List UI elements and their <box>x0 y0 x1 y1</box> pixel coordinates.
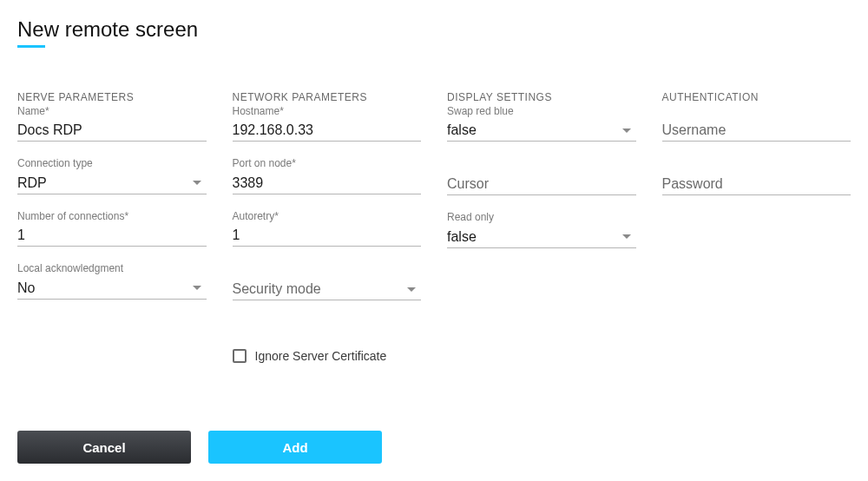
swap-value: false <box>447 122 477 138</box>
connection-type-select[interactable]: RDP <box>17 172 207 194</box>
num-connections-label: Number of connections* <box>17 210 207 222</box>
page-title: New remote screen <box>17 17 198 42</box>
add-button[interactable]: Add <box>208 431 382 464</box>
password-input[interactable] <box>662 173 852 195</box>
num-connections-field: Number of connections* <box>17 210 207 247</box>
local-ack-label: Local acknowledgment <box>17 262 207 274</box>
nerve-heading: NERVE PARAMETERS <box>17 91 207 103</box>
autoretry-label: Autoretry* <box>233 210 422 222</box>
readonly-label: Read only <box>447 211 636 223</box>
auth-column: AUTHENTICATION . <box>662 91 852 363</box>
title-underline-accent <box>17 45 45 48</box>
security-mode-select[interactable]: Security mode <box>233 278 422 300</box>
network-column: NETWORK PARAMETERS Hostname* Port on nod… <box>233 91 422 363</box>
username-input[interactable] <box>662 119 852 142</box>
port-field: Port on node* <box>233 157 422 194</box>
swap-field: DISPLAY SETTINGS Swap red blue false <box>447 91 636 142</box>
ignore-cert-row[interactable]: Ignore Server Certificate <box>233 349 422 363</box>
readonly-select[interactable]: false <box>447 226 636 248</box>
connection-type-field: Connection type RDP <box>17 157 207 194</box>
cursor-select[interactable]: Cursor <box>447 173 636 195</box>
hostname-input[interactable] <box>233 119 422 142</box>
form-columns: NERVE PARAMETERS Name* Connection type R… <box>17 91 851 363</box>
hostname-field: NETWORK PARAMETERS Hostname* <box>233 91 422 142</box>
readonly-field: Read only false <box>447 211 636 247</box>
chevron-down-icon <box>622 234 631 239</box>
cursor-field: Cursor <box>447 173 636 195</box>
display-column: DISPLAY SETTINGS Swap red blue false Cur… <box>447 91 636 363</box>
autoretry-input[interactable] <box>233 224 422 247</box>
readonly-value: false <box>447 229 477 245</box>
security-mode-field: Security mode <box>233 278 422 300</box>
ignore-cert-checkbox[interactable] <box>233 349 247 363</box>
name-input[interactable] <box>17 119 207 142</box>
cancel-button[interactable]: Cancel <box>17 431 191 464</box>
security-mode-placeholder: Security mode <box>233 281 321 297</box>
ignore-cert-label: Ignore Server Certificate <box>255 349 387 363</box>
chevron-down-icon <box>407 287 416 292</box>
nerve-column: NERVE PARAMETERS Name* Connection type R… <box>17 91 207 363</box>
button-row: Cancel Add <box>17 431 382 464</box>
hostname-label: Hostname* <box>233 105 422 117</box>
chevron-down-icon <box>193 181 201 185</box>
local-ack-select[interactable]: No <box>17 277 207 300</box>
username-field: AUTHENTICATION . <box>662 91 852 142</box>
autoretry-field: Autoretry* <box>233 210 422 247</box>
name-label: Name* <box>17 105 207 117</box>
display-heading: DISPLAY SETTINGS <box>447 91 636 103</box>
password-field <box>662 173 852 195</box>
local-ack-value: No <box>17 280 35 296</box>
cursor-placeholder: Cursor <box>447 176 489 192</box>
num-connections-input[interactable] <box>17 224 207 247</box>
local-ack-field: Local acknowledgment No <box>17 262 207 299</box>
connection-type-value: RDP <box>17 175 47 191</box>
swap-label: Swap red blue <box>447 105 636 117</box>
auth-heading: AUTHENTICATION <box>662 91 852 103</box>
port-input[interactable] <box>233 172 422 194</box>
name-field: NERVE PARAMETERS Name* <box>17 91 207 142</box>
swap-select[interactable]: false <box>447 119 636 142</box>
port-label: Port on node* <box>233 157 422 169</box>
chevron-down-icon <box>622 128 631 133</box>
network-heading: NETWORK PARAMETERS <box>233 91 422 103</box>
chevron-down-icon <box>193 286 201 290</box>
connection-type-label: Connection type <box>17 157 207 169</box>
